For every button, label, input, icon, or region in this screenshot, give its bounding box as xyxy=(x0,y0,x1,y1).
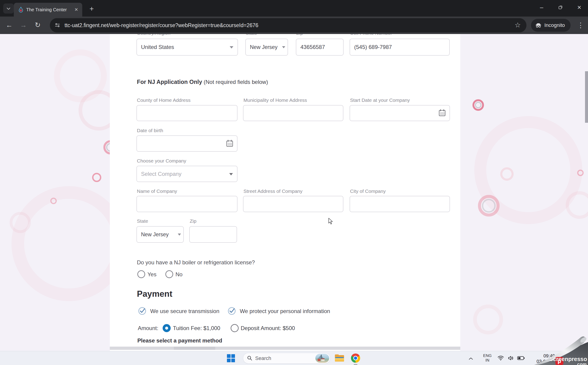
decor-ring xyxy=(482,199,496,213)
decor-ring xyxy=(473,305,503,334)
company-city-input[interactable] xyxy=(349,196,450,212)
check-circle-icon xyxy=(227,307,236,316)
forward-button[interactable]: → xyxy=(18,17,28,34)
amount-label: Amount: xyxy=(138,325,158,331)
web-page: Country/Region State Zip Cell Phone Numb… xyxy=(0,0,588,351)
dob-input[interactable] xyxy=(137,135,238,152)
site-info-icon[interactable] xyxy=(55,22,60,29)
decor-ring xyxy=(475,102,481,108)
screenpresso-watermark: p Screenpresso .com xyxy=(533,334,588,365)
wifi-icon[interactable] xyxy=(498,355,504,362)
scrollbar-thumb[interactable] xyxy=(585,71,588,123)
language-line1: ENG xyxy=(482,353,493,358)
tuition-fee-label[interactable]: Tuition Fee: $1,000 xyxy=(173,325,220,331)
company-zip-label: Zip xyxy=(190,218,196,224)
license-no-label[interactable]: No xyxy=(176,271,183,278)
nj-section-heading: For NJ Application Only (Not required fi… xyxy=(137,79,268,85)
decor-ring xyxy=(12,186,126,301)
taskbar-search[interactable]: Search xyxy=(243,353,330,364)
dob-label: Date of birth xyxy=(137,128,163,133)
company-city-label: City of Company xyxy=(350,189,386,194)
license-no-radio[interactable] xyxy=(165,270,173,278)
bookmark-star-icon[interactable]: ☆ xyxy=(513,18,523,32)
site-favicon-icon xyxy=(18,7,24,14)
tab-title: The Training Center xyxy=(26,3,67,17)
window-minimize-button[interactable]: – xyxy=(535,0,548,15)
start-button[interactable] xyxy=(227,354,235,363)
company-select[interactable]: Select Company xyxy=(137,166,238,182)
protect-info-text: We protect your personal information xyxy=(240,308,330,315)
nj-section-subtitle: (Not required fields below) xyxy=(204,79,268,85)
window-close-button[interactable]: × xyxy=(572,0,586,15)
company-name-label: Name of Company xyxy=(137,189,177,194)
company-state-value: New Jersey xyxy=(141,232,169,238)
state-value: New Jersey xyxy=(250,44,277,50)
language-indicator[interactable]: ENG IN xyxy=(482,353,493,363)
secure-transmission-text: We use secure transmission xyxy=(150,308,219,315)
start-date-input[interactable] xyxy=(349,105,450,121)
chrome-icon[interactable] xyxy=(351,353,360,363)
zip-input[interactable]: 43656587 xyxy=(296,39,344,56)
company-name-input[interactable] xyxy=(137,196,238,212)
tab-close-icon[interactable]: × xyxy=(71,3,81,16)
license-yes-label[interactable]: Yes xyxy=(147,271,157,278)
address-bar[interactable]: ttc-uat2.fingent.net/web-register/regist… xyxy=(50,18,526,32)
screen: Country/Region State Zip Cell Phone Numb… xyxy=(0,0,588,365)
municipality-label: Municipality of Home Address xyxy=(243,98,307,103)
company-zip-input[interactable] xyxy=(189,226,237,243)
state-select[interactable]: New Jersey xyxy=(245,39,288,56)
check-circle-icon xyxy=(138,307,147,316)
active-tab[interactable]: The Training Center × xyxy=(14,3,82,17)
search-placeholder: Search xyxy=(255,353,271,363)
tab-strip: The Training Center × + – × xyxy=(0,0,588,17)
tray-chevron-up-icon[interactable] xyxy=(469,357,473,361)
company-state-label: State xyxy=(137,218,148,224)
back-button[interactable]: ← xyxy=(4,17,14,34)
file-explorer-icon[interactable] xyxy=(335,354,344,362)
decor-ring xyxy=(54,49,107,102)
window-restore-button[interactable] xyxy=(554,0,567,15)
tab-search-button[interactable] xyxy=(3,3,14,14)
county-input[interactable] xyxy=(137,105,238,121)
tuition-fee-radio[interactable] xyxy=(163,324,171,332)
mouse-cursor xyxy=(328,218,335,226)
cell-phone-value: (545) 689-7987 xyxy=(354,44,392,50)
municipality-input[interactable] xyxy=(243,105,343,121)
incognito-label: Incognito xyxy=(544,19,565,32)
new-tab-button[interactable]: + xyxy=(86,4,97,14)
chevron-down-icon xyxy=(7,7,10,10)
decor-ring xyxy=(500,167,513,181)
calendar-icon[interactable] xyxy=(438,108,446,118)
search-icon xyxy=(247,355,253,362)
search-highlight-image[interactable] xyxy=(315,354,329,363)
country-select[interactable]: United States xyxy=(137,39,238,56)
company-street-input[interactable] xyxy=(243,196,343,212)
chevron-down-icon xyxy=(230,46,233,49)
screenpresso-suffix: .com xyxy=(576,362,587,365)
language-line2: IN xyxy=(482,358,493,363)
deposit-radio[interactable] xyxy=(231,324,239,332)
reload-button[interactable]: ↻ xyxy=(33,17,43,34)
decor-ring xyxy=(577,170,584,176)
browser-toolbar: ← → ↻ ttc-uat2.fingent.net/web-register/… xyxy=(0,17,588,34)
zip-value: 43656587 xyxy=(301,44,325,50)
calendar-icon[interactable] xyxy=(226,139,234,148)
county-label: County of Home Address xyxy=(137,98,190,103)
cell-phone-input[interactable]: (545) 689-7987 xyxy=(349,39,450,56)
company-select-placeholder: Select Company xyxy=(141,171,181,177)
url-text[interactable]: ttc-uat2.fingent.net/web-register/regist… xyxy=(65,18,258,32)
payment-heading: Payment xyxy=(137,289,172,299)
license-yes-radio[interactable] xyxy=(137,270,145,278)
company-state-select[interactable]: New Jersey xyxy=(137,226,184,243)
deposit-label[interactable]: Deposit Amount: $500 xyxy=(241,325,295,331)
decor-ring xyxy=(92,173,101,182)
company-street-label: Street Address of Company xyxy=(243,189,302,194)
volume-icon[interactable] xyxy=(508,355,514,362)
browser-menu-button[interactable]: ⋮ xyxy=(576,18,586,32)
payment-method-bar[interactable] xyxy=(110,347,460,350)
battery-icon[interactable] xyxy=(517,356,525,361)
browser-chrome: The Training Center × + – × ← → ↻ ttc-ua… xyxy=(0,0,588,34)
chevron-down-icon xyxy=(178,233,181,236)
country-value: United States xyxy=(141,44,174,50)
payment-method-prompt: Please select a payment method xyxy=(137,337,222,344)
